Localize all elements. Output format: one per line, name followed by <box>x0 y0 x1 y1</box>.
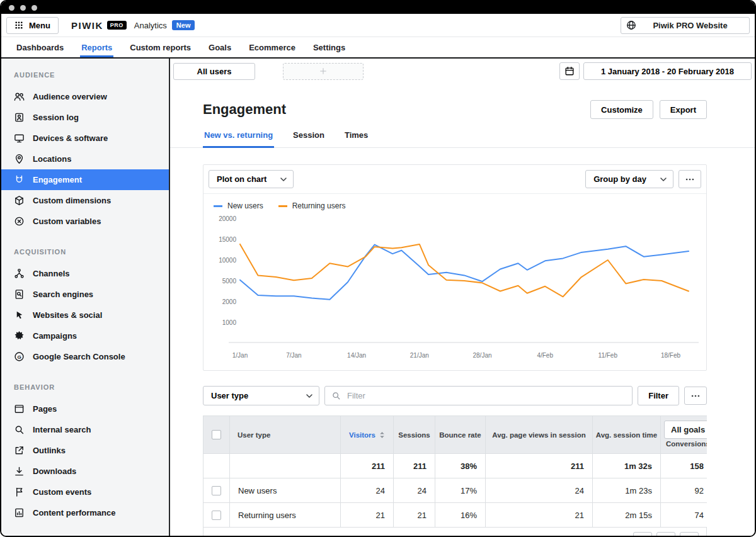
segment-all-users-button[interactable]: All users <box>173 63 255 80</box>
sidebar-item-outlinks[interactable]: Outlinks <box>1 440 169 461</box>
engagement-icon <box>14 174 25 185</box>
dimension-select-label: User type <box>211 391 248 400</box>
column-header-visitors[interactable]: Visitors <box>341 416 394 454</box>
row-checkbox[interactable] <box>212 511 221 520</box>
sidebar-item-label: Content performance <box>33 508 115 517</box>
svg-text:28/Jan: 28/Jan <box>472 352 491 359</box>
plot-on-chart-select[interactable]: Plot on chart <box>209 170 294 188</box>
column-header-user-type[interactable]: User type <box>230 416 341 454</box>
customize-button[interactable]: Customize <box>590 100 653 119</box>
nav-tab-custom-reports[interactable]: Custom reports <box>121 37 200 57</box>
sidebar-item-google-search-console[interactable]: G Google Search Console <box>1 346 169 367</box>
plot-on-chart-label: Plot on chart <box>217 174 266 184</box>
sidebar-item-custom-events[interactable]: Custom events <box>1 482 169 502</box>
cell-sessions: 24 <box>394 478 435 503</box>
svg-text:18/Feb: 18/Feb <box>661 352 681 359</box>
burst-icon <box>14 331 25 341</box>
sidebar-item-channels[interactable]: Channels <box>1 263 169 284</box>
sidebar-item-label: Locations <box>33 154 71 164</box>
plus-icon <box>319 67 327 75</box>
sidebar-item-search-engines[interactable]: Search engines <box>1 284 169 305</box>
tab-times[interactable]: Times <box>343 130 369 147</box>
column-header-avg-page-views[interactable]: Avg. page views in session <box>486 416 593 454</box>
svg-text:4/Feb: 4/Feb <box>537 352 553 359</box>
legend-item-returning-users[interactable]: Returning users <box>278 201 346 210</box>
ellipsis-icon <box>685 174 695 184</box>
app-window: Menu PIWIK PRO Analytics New Piwik PRO W… <box>0 0 756 537</box>
filter-button[interactable]: Filter <box>638 386 679 405</box>
site-selector[interactable]: Piwik PRO Website <box>621 17 750 34</box>
select-all-checkbox[interactable] <box>212 430 221 439</box>
sidebar-item-label: Downloads <box>33 466 76 476</box>
current-page-box[interactable]: 2 <box>656 532 675 536</box>
sidebar-item-custom-variables[interactable]: Custom variables <box>1 211 169 232</box>
add-segment-button[interactable] <box>283 63 364 80</box>
tab-session[interactable]: Session <box>292 130 326 147</box>
chart-more-button[interactable] <box>679 170 701 188</box>
prev-page-button[interactable]: ← <box>633 532 652 536</box>
nav-tab-dashboards[interactable]: Dashboards <box>8 37 72 57</box>
sidebar-item-engagement[interactable]: Engagement <box>1 169 169 190</box>
next-page-button[interactable]: → <box>680 532 699 536</box>
window-control-dot[interactable] <box>20 5 26 11</box>
legend-label: New users <box>227 201 263 210</box>
legend-item-new-users[interactable]: New users <box>214 201 263 210</box>
group-by-select[interactable]: Group by day <box>585 170 673 188</box>
svg-text:11/Feb: 11/Feb <box>598 352 618 359</box>
column-header-avg-session-time[interactable]: Avg. session time <box>593 416 661 454</box>
summary-avg-page-views: 211 <box>486 454 593 478</box>
sort-icon <box>379 431 385 439</box>
window-control-dot[interactable] <box>32 5 37 11</box>
sidebar-item-campaigns[interactable]: Campaigns <box>1 325 169 346</box>
tab-new-vs-returning[interactable]: New vs. returning <box>203 130 274 147</box>
sidebar-item-internal-search[interactable]: Internal search <box>1 419 169 440</box>
filter-input[interactable] <box>346 390 626 401</box>
window-control-dot[interactable] <box>9 5 14 11</box>
cell-avg-session-time: 1m 23s <box>593 478 661 503</box>
summary-row: 211 211 38% 211 1m 32s 158 <box>203 454 707 478</box>
calendar-button[interactable] <box>559 62 580 80</box>
legend-swatch <box>214 205 222 207</box>
sidebar-item-websites-social[interactable]: Websites & social <box>1 305 169 325</box>
dimension-select[interactable]: User type <box>203 386 319 405</box>
table-more-button[interactable] <box>684 387 707 405</box>
nav-tab-settings[interactable]: Settings <box>304 37 354 57</box>
map-pin-icon <box>14 154 25 164</box>
column-header-conversions[interactable]: Conversions <box>666 440 707 448</box>
main-content: All users 1 January 2018 - 20 February 2… <box>170 59 755 536</box>
chevron-down-icon <box>306 394 312 398</box>
nav-tab-reports[interactable]: Reports <box>72 37 121 57</box>
sidebar-section-behavior: BEHAVIOR <box>1 367 169 399</box>
sidebar-item-pages[interactable]: Pages <box>1 399 169 419</box>
date-range-button[interactable]: 1 January 2018 - 20 February 2018 <box>583 62 752 80</box>
export-button[interactable]: Export <box>660 100 707 119</box>
column-header-sessions[interactable]: Sessions <box>394 416 435 454</box>
sidebar-item-content-performance[interactable]: Content performance <box>1 502 169 523</box>
sidebar-item-audience-overview[interactable]: Audience overview <box>1 86 169 107</box>
sidebar-section-audience: AUDIENCE <box>1 59 169 86</box>
svg-text:7/Jan: 7/Jan <box>286 352 301 359</box>
sidebar-item-label: Audience overview <box>33 92 107 101</box>
svg-text:2000: 2000 <box>222 298 237 305</box>
cell-bounce-rate: 16% <box>435 503 486 528</box>
goals-dropdown[interactable]: All goals <box>664 421 707 439</box>
sidebar-item-session-log[interactable]: Session log <box>1 107 169 128</box>
menu-button[interactable]: Menu <box>6 17 59 34</box>
sidebar-item-devices-software[interactable]: Devices & software <box>1 128 169 149</box>
nav-tab-goals[interactable]: Goals <box>200 37 240 57</box>
app-header: Menu PIWIK PRO Analytics New Piwik PRO W… <box>1 14 755 37</box>
sidebar-item-locations[interactable]: Locations <box>1 149 169 169</box>
svg-text:14/Jan: 14/Jan <box>347 352 366 359</box>
browser-icon <box>14 404 25 414</box>
sidebar-item-downloads[interactable]: Downloads <box>1 461 169 482</box>
column-header-bounce-rate[interactable]: Bounce rate <box>435 416 486 454</box>
x-circle-icon <box>14 216 25 227</box>
row-checkbox[interactable] <box>212 486 221 495</box>
download-icon <box>14 466 25 477</box>
sidebar-item-label: Outlinks <box>33 446 66 455</box>
sidebar-item-custom-dimensions[interactable]: Custom dimensions <box>1 190 169 211</box>
summary-sessions: 211 <box>394 454 435 478</box>
sidebar-item-label: Session log <box>33 113 79 122</box>
cell-visitors: 24 <box>341 478 394 503</box>
nav-tab-ecommerce[interactable]: Ecommerce <box>240 37 304 57</box>
